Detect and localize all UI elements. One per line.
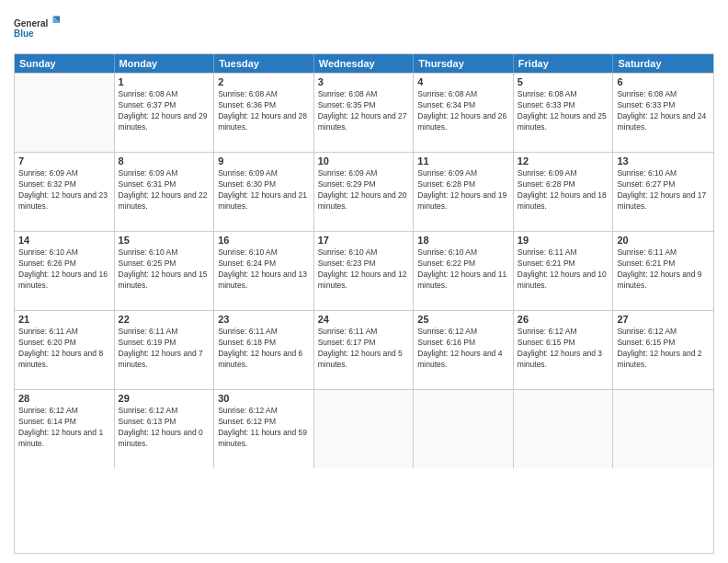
logo-svg: General Blue [14,9,60,46]
day-number: 24 [318,314,410,325]
cal-cell: 13Sunrise: 6:10 AMSunset: 6:27 PMDayligh… [613,153,713,231]
cal-cell [314,390,415,468]
day-number: 7 [18,155,110,167]
day-info: Sunrise: 6:11 AMSunset: 6:19 PMDaylight:… [119,327,210,371]
cal-cell [15,74,115,152]
header-day-monday: Monday [115,54,215,73]
cal-cell: 5Sunrise: 6:08 AMSunset: 6:33 PMDaylight… [514,74,614,152]
calendar-body: 1Sunrise: 6:08 AMSunset: 6:37 PMDaylight… [15,73,713,468]
cal-cell: 8Sunrise: 6:09 AMSunset: 6:31 PMDaylight… [115,153,215,231]
day-number: 20 [617,235,710,246]
calendar-header: SundayMondayTuesdayWednesdayThursdayFrid… [15,54,713,73]
header-day-tuesday: Tuesday [214,54,314,73]
day-number: 25 [417,314,509,325]
day-number: 9 [218,155,310,167]
day-number: 17 [318,235,410,246]
cal-cell: 6Sunrise: 6:08 AMSunset: 6:33 PMDaylight… [613,74,713,152]
day-number: 15 [119,235,210,246]
cal-cell: 17Sunrise: 6:10 AMSunset: 6:23 PMDayligh… [314,232,415,310]
cal-cell: 2Sunrise: 6:08 AMSunset: 6:36 PMDaylight… [214,74,314,152]
cal-cell: 25Sunrise: 6:12 AMSunset: 6:16 PMDayligh… [414,311,514,389]
day-info: Sunrise: 6:08 AMSunset: 6:36 PMDaylight:… [218,89,310,133]
cal-cell: 23Sunrise: 6:11 AMSunset: 6:18 PMDayligh… [214,311,314,389]
cal-week-0: 1Sunrise: 6:08 AMSunset: 6:37 PMDaylight… [15,73,713,152]
day-number: 16 [218,235,310,246]
day-info: Sunrise: 6:09 AMSunset: 6:31 PMDaylight:… [119,168,210,213]
day-number: 6 [617,76,710,87]
day-number: 3 [318,76,410,87]
day-number: 19 [518,235,609,246]
day-info: Sunrise: 6:08 AMSunset: 6:35 PMDaylight:… [318,89,410,133]
day-info: Sunrise: 6:11 AMSunset: 6:18 PMDaylight:… [218,327,310,371]
day-info: Sunrise: 6:10 AMSunset: 6:26 PMDaylight:… [18,247,110,292]
cal-cell: 24Sunrise: 6:11 AMSunset: 6:17 PMDayligh… [314,311,415,389]
cal-cell: 29Sunrise: 6:12 AMSunset: 6:13 PMDayligh… [115,390,215,468]
day-info: Sunrise: 6:09 AMSunset: 6:29 PMDaylight:… [318,168,410,213]
cal-cell: 30Sunrise: 6:12 AMSunset: 6:12 PMDayligh… [214,390,314,468]
header-day-friday: Friday [514,54,614,73]
cal-cell: 22Sunrise: 6:11 AMSunset: 6:19 PMDayligh… [115,311,215,389]
cal-cell: 12Sunrise: 6:09 AMSunset: 6:28 PMDayligh… [514,153,614,231]
header-day-sunday: Sunday [15,54,115,73]
cal-cell [514,390,614,468]
page: General Blue SundayMondayTuesdayWednesda… [0,0,728,563]
cal-week-3: 21Sunrise: 6:11 AMSunset: 6:20 PMDayligh… [15,310,713,389]
cal-cell: 15Sunrise: 6:10 AMSunset: 6:25 PMDayligh… [115,232,215,310]
cal-cell: 14Sunrise: 6:10 AMSunset: 6:26 PMDayligh… [15,232,115,310]
cal-cell: 19Sunrise: 6:11 AMSunset: 6:21 PMDayligh… [514,232,614,310]
day-info: Sunrise: 6:09 AMSunset: 6:28 PMDaylight:… [518,168,609,213]
day-number: 12 [518,155,609,167]
header-day-thursday: Thursday [414,54,514,73]
day-info: Sunrise: 6:10 AMSunset: 6:27 PMDaylight:… [617,168,710,213]
cal-cell: 26Sunrise: 6:12 AMSunset: 6:15 PMDayligh… [514,311,614,389]
day-info: Sunrise: 6:08 AMSunset: 6:33 PMDaylight:… [617,89,710,133]
cal-week-1: 7Sunrise: 6:09 AMSunset: 6:32 PMDaylight… [15,152,713,231]
cal-week-4: 28Sunrise: 6:12 AMSunset: 6:14 PMDayligh… [15,389,713,468]
day-number: 30 [218,393,310,404]
day-info: Sunrise: 6:12 AMSunset: 6:16 PMDaylight:… [417,327,509,371]
cal-week-2: 14Sunrise: 6:10 AMSunset: 6:26 PMDayligh… [15,231,713,310]
header: General Blue [14,9,714,46]
day-info: Sunrise: 6:10 AMSunset: 6:23 PMDaylight:… [318,247,410,292]
cal-cell [613,390,713,468]
cal-cell: 3Sunrise: 6:08 AMSunset: 6:35 PMDaylight… [314,74,415,152]
day-number: 27 [617,314,710,325]
cal-cell: 16Sunrise: 6:10 AMSunset: 6:24 PMDayligh… [214,232,314,310]
day-info: Sunrise: 6:08 AMSunset: 6:37 PMDaylight:… [119,89,210,133]
day-number: 23 [218,314,310,325]
day-info: Sunrise: 6:11 AMSunset: 6:20 PMDaylight:… [18,327,110,371]
header-day-wednesday: Wednesday [314,54,415,73]
cal-cell: 21Sunrise: 6:11 AMSunset: 6:20 PMDayligh… [15,311,115,389]
svg-text:General: General [14,18,48,29]
cal-cell: 9Sunrise: 6:09 AMSunset: 6:30 PMDaylight… [214,153,314,231]
cal-cell: 10Sunrise: 6:09 AMSunset: 6:29 PMDayligh… [314,153,415,231]
day-number: 4 [417,76,509,87]
cal-cell: 27Sunrise: 6:12 AMSunset: 6:15 PMDayligh… [613,311,713,389]
day-number: 10 [318,155,410,167]
day-info: Sunrise: 6:11 AMSunset: 6:17 PMDaylight:… [318,327,410,371]
day-number: 2 [218,76,310,87]
cal-cell: 4Sunrise: 6:08 AMSunset: 6:34 PMDaylight… [414,74,514,152]
day-number: 11 [417,155,509,167]
calendar: SundayMondayTuesdayWednesdayThursdayFrid… [14,53,714,554]
cal-cell: 18Sunrise: 6:10 AMSunset: 6:22 PMDayligh… [414,232,514,310]
day-number: 1 [119,76,210,87]
day-number: 13 [617,155,710,167]
day-number: 29 [119,393,210,404]
day-info: Sunrise: 6:12 AMSunset: 6:15 PMDaylight:… [617,327,710,371]
day-info: Sunrise: 6:12 AMSunset: 6:12 PMDaylight:… [218,406,310,450]
cal-cell: 7Sunrise: 6:09 AMSunset: 6:32 PMDaylight… [15,153,115,231]
day-info: Sunrise: 6:09 AMSunset: 6:32 PMDaylight:… [18,168,110,213]
day-number: 5 [518,76,609,87]
day-info: Sunrise: 6:12 AMSunset: 6:15 PMDaylight:… [518,327,609,371]
day-info: Sunrise: 6:10 AMSunset: 6:25 PMDaylight:… [119,247,210,292]
day-info: Sunrise: 6:12 AMSunset: 6:13 PMDaylight:… [119,406,210,450]
cal-cell: 28Sunrise: 6:12 AMSunset: 6:14 PMDayligh… [15,390,115,468]
day-number: 28 [18,393,110,404]
day-number: 14 [18,235,110,246]
day-info: Sunrise: 6:09 AMSunset: 6:28 PMDaylight:… [417,168,509,213]
day-number: 26 [518,314,609,325]
day-number: 8 [119,155,210,167]
logo: General Blue [14,9,60,46]
cal-cell: 1Sunrise: 6:08 AMSunset: 6:37 PMDaylight… [115,74,215,152]
